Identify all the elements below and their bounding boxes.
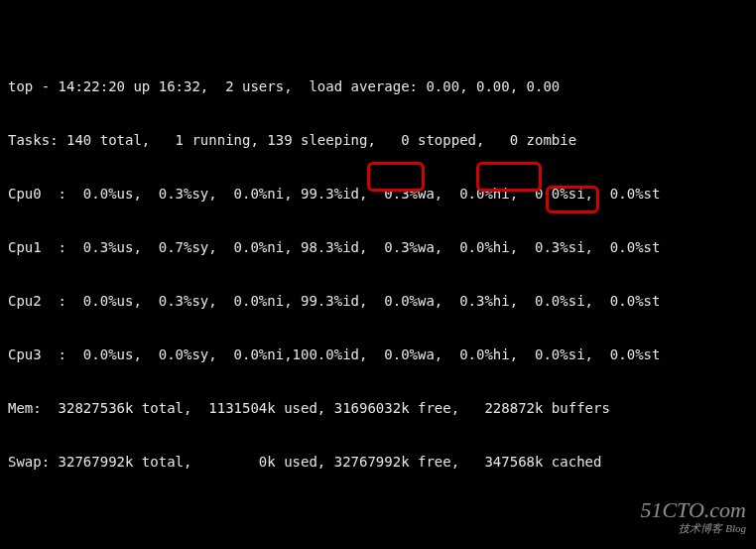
terminal-output: top - 14:22:20 up 16:32, 2 users, load a… [0, 0, 756, 549]
mem-line: Mem: 32827536k total, 1131504k used, 316… [8, 399, 748, 417]
summary-block: top - 14:22:20 up 16:32, 2 users, load a… [8, 42, 748, 506]
cpu3-line: Cpu3 : 0.0%us, 0.0%sy, 0.0%ni,100.0%id, … [8, 345, 748, 363]
top-uptime-line: top - 14:22:20 up 16:32, 2 users, load a… [8, 77, 748, 95]
tasks-line: Tasks: 140 total, 1 running, 139 sleepin… [8, 131, 748, 149]
cpu1-line: Cpu1 : 0.3%us, 0.7%sy, 0.0%ni, 98.3%id, … [8, 238, 748, 256]
cpu2-line: Cpu2 : 0.0%us, 0.3%sy, 0.0%ni, 99.3%id, … [8, 292, 748, 310]
cpu0-line: Cpu0 : 0.0%us, 0.3%sy, 0.0%ni, 99.3%id, … [8, 185, 748, 203]
swap-line: Swap: 32767992k total, 0k used, 32767992… [8, 453, 748, 471]
